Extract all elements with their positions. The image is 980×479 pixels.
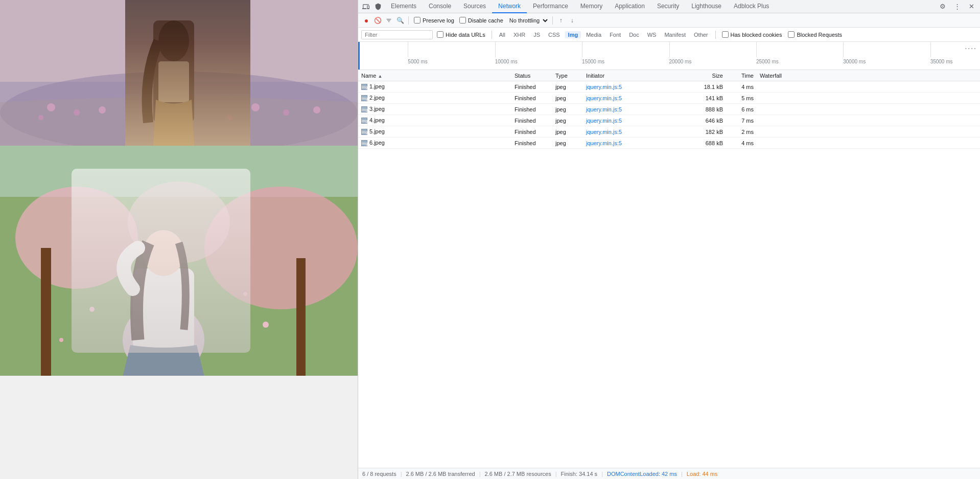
filter-js[interactable]: JS: [530, 31, 543, 38]
throttling-select[interactable]: No throttling: [506, 17, 549, 24]
initiator-link-1[interactable]: jquery.min.js:5: [586, 95, 622, 101]
preserve-log-input[interactable]: [414, 17, 421, 24]
tab-console[interactable]: Console: [423, 0, 457, 13]
svg-rect-22: [133, 268, 194, 350]
cell-status-4: Finished: [511, 129, 552, 135]
table-row[interactable]: img4.jpeg Finished jpeg jquery.min.js:5 …: [358, 115, 980, 126]
settings-icon[interactable]: ⚙: [937, 1, 948, 12]
image-1: [0, 0, 358, 146]
preserve-log-checkbox[interactable]: Preserve log: [414, 17, 454, 24]
filter-input[interactable]: [361, 30, 433, 39]
initiator-link-4[interactable]: jquery.min.js:5: [586, 129, 622, 135]
tick-line-6: [843, 42, 844, 57]
svg-rect-5: [158, 61, 189, 102]
tab-application[interactable]: Application: [609, 0, 651, 13]
device-toolbar-icon[interactable]: [360, 1, 371, 12]
has-blocked-cookies-checkbox[interactable]: Has blocked cookies: [722, 31, 782, 38]
export-har-icon[interactable]: ↓: [567, 15, 577, 26]
th-name[interactable]: Name ▲: [358, 73, 511, 79]
filter-sep2: [715, 31, 716, 39]
tab-security[interactable]: Security: [651, 0, 685, 13]
search-button[interactable]: 🔍: [395, 15, 405, 26]
blocked-requests-checkbox[interactable]: Blocked Requests: [788, 31, 842, 38]
filter-media[interactable]: Media: [583, 31, 604, 38]
filter-css[interactable]: CSS: [545, 31, 563, 38]
network-toolbar: ● 🚫 🔍 Preserve log Disable cache No thro…: [358, 13, 980, 28]
tick-5000: 5000 ms: [408, 59, 427, 64]
svg-point-23: [143, 230, 184, 276]
hide-data-urls-input[interactable]: [437, 31, 444, 38]
th-status[interactable]: Status: [511, 73, 552, 79]
cell-type-4: jpeg: [552, 129, 583, 135]
svg-point-7: [74, 109, 80, 116]
cell-time-3: 7 ms: [726, 118, 757, 124]
clear-button[interactable]: 🚫: [372, 15, 383, 26]
hide-data-urls-checkbox[interactable]: Hide data URLs: [437, 31, 485, 38]
cell-name-0: img1.jpeg: [358, 83, 511, 90]
initiator-link-2[interactable]: jquery.min.js:5: [586, 106, 622, 112]
disable-cache-input[interactable]: [459, 17, 466, 24]
filter-icon[interactable]: [384, 15, 394, 26]
cell-name-4: img5.jpeg: [358, 128, 511, 135]
record-button[interactable]: ●: [361, 15, 371, 26]
preserve-log-label: Preserve log: [423, 17, 454, 24]
webpage-panel: [0, 0, 358, 479]
cell-initiator-4: jquery.min.js:5: [583, 129, 685, 135]
separator-1: [408, 16, 409, 25]
th-time[interactable]: Time: [726, 73, 757, 79]
blocked-requests-input[interactable]: [788, 31, 795, 38]
filter-xhr[interactable]: XHR: [510, 31, 528, 38]
filter-bar: Hide data URLs All XHR JS CSS Img Media …: [358, 28, 980, 42]
svg-point-27: [59, 338, 63, 342]
filter-manifest[interactable]: Manifest: [661, 31, 689, 38]
filter-doc[interactable]: Doc: [626, 31, 642, 38]
filter-font[interactable]: Font: [606, 31, 624, 38]
tick-line-2: [495, 42, 496, 57]
filter-all[interactable]: All: [496, 31, 508, 38]
svg-point-18: [128, 181, 230, 263]
filter-other[interactable]: Other: [691, 31, 711, 38]
svg-point-12: [313, 106, 320, 113]
devtools-panel: Elements Console Sources Network Perform…: [358, 0, 980, 479]
table-row[interactable]: img2.jpeg Finished jpeg jquery.min.js:5 …: [358, 93, 980, 104]
network-table[interactable]: Name ▲ Status Type Initiator Size Time W…: [358, 70, 980, 468]
initiator-link-5[interactable]: jquery.min.js:5: [586, 140, 622, 146]
transferred-size: 2.6 MB / 2.6 MB transferred: [406, 471, 475, 477]
table-row[interactable]: img3.jpeg Finished jpeg jquery.min.js:5 …: [358, 104, 980, 115]
expand-dots[interactable]: ····: [965, 44, 977, 52]
timeline-header: 5000 ms 10000 ms 15000 ms 20000 ms 25000…: [358, 42, 980, 70]
has-blocked-cookies-label: Has blocked cookies: [731, 32, 782, 38]
more-options-icon[interactable]: ⋮: [951, 1, 963, 12]
table-row[interactable]: img5.jpeg Finished jpeg jquery.min.js:5 …: [358, 126, 980, 138]
initiator-link-0[interactable]: jquery.min.js:5: [586, 84, 622, 90]
th-waterfall[interactable]: Waterfall: [757, 73, 980, 79]
cell-initiator-2: jquery.min.js:5: [583, 106, 685, 112]
table-body: img1.jpeg Finished jpeg jquery.min.js:5 …: [358, 81, 980, 149]
disable-cache-checkbox[interactable]: Disable cache: [459, 17, 503, 24]
initiator-link-3[interactable]: jquery.min.js:5: [586, 118, 622, 124]
import-har-icon[interactable]: ↑: [556, 15, 566, 26]
filter-ws[interactable]: WS: [644, 31, 660, 38]
tab-sources[interactable]: Sources: [457, 0, 492, 13]
tick-35000: 35000 ms: [930, 59, 953, 64]
tab-performance[interactable]: Performance: [527, 0, 574, 13]
th-size[interactable]: Size: [685, 73, 726, 79]
timeline-axis: 5000 ms 10000 ms 15000 ms 20000 ms 25000…: [358, 42, 980, 67]
tab-adblock[interactable]: Adblock Plus: [728, 0, 775, 13]
close-devtools-icon[interactable]: ✕: [966, 1, 977, 12]
th-type[interactable]: Type: [552, 73, 583, 79]
settings-icons: ⚙ ⋮ ✕: [937, 1, 978, 12]
cell-size-0: 18.1 kB: [685, 84, 726, 90]
table-row[interactable]: img6.jpeg Finished jpeg jquery.min.js:5 …: [358, 138, 980, 149]
tab-lighthouse[interactable]: Lighthouse: [685, 0, 728, 13]
filter-img[interactable]: Img: [565, 31, 581, 38]
svg-point-4: [158, 20, 189, 61]
inspect-icon[interactable]: [372, 1, 384, 12]
svg-point-16: [15, 187, 138, 289]
tab-elements[interactable]: Elements: [385, 0, 423, 13]
th-initiator[interactable]: Initiator: [583, 73, 685, 79]
table-row[interactable]: img1.jpeg Finished jpeg jquery.min.js:5 …: [358, 81, 980, 93]
tab-network[interactable]: Network: [492, 0, 527, 13]
tab-memory[interactable]: Memory: [574, 0, 609, 13]
has-blocked-cookies-input[interactable]: [722, 31, 729, 38]
